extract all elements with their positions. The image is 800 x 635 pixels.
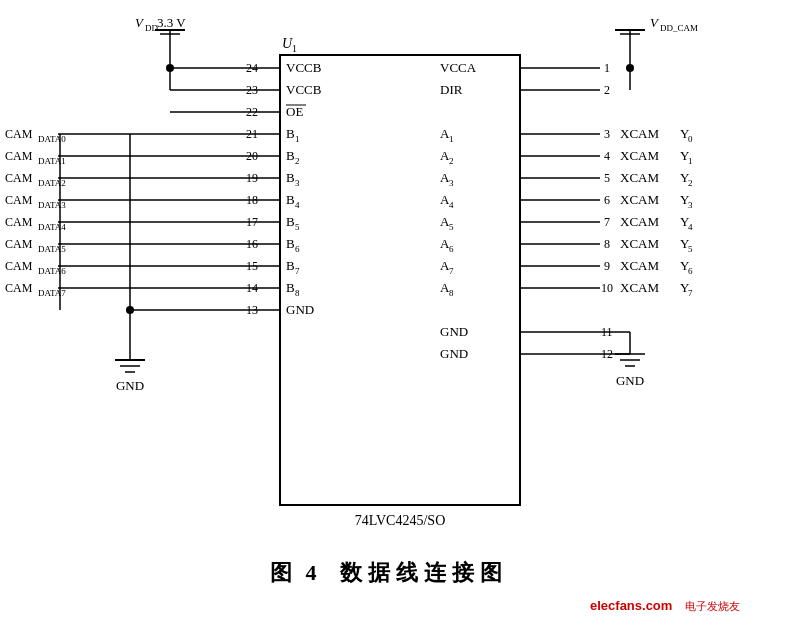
svg-text:CAM: CAM	[5, 259, 33, 273]
svg-text:1: 1	[295, 134, 300, 144]
svg-text:GND: GND	[116, 378, 144, 393]
svg-text:2: 2	[688, 178, 693, 188]
svg-text:B: B	[286, 148, 295, 163]
svg-text:1: 1	[449, 134, 454, 144]
svg-text:DATA1: DATA1	[38, 156, 66, 166]
svg-text:5: 5	[604, 171, 610, 185]
svg-text:VCCA: VCCA	[440, 60, 477, 75]
svg-text:GND: GND	[286, 302, 314, 317]
svg-text:74LVC4245/SO: 74LVC4245/SO	[355, 513, 446, 528]
svg-text:DATA5: DATA5	[38, 244, 66, 254]
svg-text:3: 3	[295, 178, 300, 188]
svg-text:6: 6	[688, 266, 693, 276]
svg-text:B: B	[286, 170, 295, 185]
svg-text:7: 7	[604, 215, 610, 229]
svg-text:VCCB: VCCB	[286, 82, 322, 97]
svg-text:DATA6: DATA6	[38, 266, 66, 276]
svg-text:GND: GND	[616, 373, 644, 388]
svg-text:CAM: CAM	[5, 171, 33, 185]
svg-text:8: 8	[295, 288, 300, 298]
svg-text:XCAM: XCAM	[620, 148, 659, 163]
svg-text:5: 5	[449, 222, 454, 232]
svg-text:7: 7	[295, 266, 300, 276]
svg-text:CAM: CAM	[5, 149, 33, 163]
svg-text:5: 5	[295, 222, 300, 232]
diagram-container: U 1 V DD 3.3 V 24 23 22 21 20 19 18 17 1…	[0, 0, 800, 635]
svg-text:10: 10	[601, 281, 613, 295]
svg-text:CAM: CAM	[5, 281, 33, 295]
svg-text:4: 4	[449, 200, 454, 210]
svg-text:4: 4	[604, 149, 610, 163]
svg-text:V: V	[650, 15, 660, 30]
svg-text:B: B	[286, 280, 295, 295]
svg-text:6: 6	[295, 244, 300, 254]
svg-text:elecfans.com: elecfans.com	[590, 598, 672, 613]
svg-text:2: 2	[449, 156, 454, 166]
svg-text:OE: OE	[286, 104, 303, 119]
svg-text:7: 7	[688, 288, 693, 298]
svg-text:DD_CAM: DD_CAM	[660, 23, 698, 33]
svg-text:XCAM: XCAM	[620, 236, 659, 251]
svg-text:XCAM: XCAM	[620, 126, 659, 141]
svg-text:VCCB: VCCB	[286, 60, 322, 75]
svg-text:9: 9	[604, 259, 610, 273]
svg-text:CAM: CAM	[5, 127, 33, 141]
svg-text:2: 2	[604, 83, 610, 97]
svg-text:DIR: DIR	[440, 82, 463, 97]
svg-text:B: B	[286, 236, 295, 251]
svg-text:24: 24	[246, 61, 258, 75]
svg-text:23: 23	[246, 83, 258, 97]
svg-text:DATA0: DATA0	[38, 134, 66, 144]
svg-text:1: 1	[604, 61, 610, 75]
svg-text:数据线连接图: 数据线连接图	[339, 560, 508, 585]
svg-text:XCAM: XCAM	[620, 192, 659, 207]
svg-text:DATA7: DATA7	[38, 288, 66, 298]
svg-text:B: B	[286, 126, 295, 141]
svg-text:XCAM: XCAM	[620, 170, 659, 185]
svg-text:1: 1	[292, 43, 297, 54]
svg-text:DATA2: DATA2	[38, 178, 66, 188]
svg-text:DATA4: DATA4	[38, 222, 66, 232]
svg-text:CAM: CAM	[5, 215, 33, 229]
svg-text:XCAM: XCAM	[620, 258, 659, 273]
svg-text:电子发烧友: 电子发烧友	[685, 600, 740, 612]
svg-text:0: 0	[688, 134, 693, 144]
svg-text:B: B	[286, 214, 295, 229]
svg-text:XCAM: XCAM	[620, 280, 659, 295]
svg-text:3: 3	[449, 178, 454, 188]
svg-text:XCAM: XCAM	[620, 214, 659, 229]
svg-text:1: 1	[688, 156, 693, 166]
svg-text:图 4: 图 4	[270, 560, 321, 585]
svg-text:6: 6	[449, 244, 454, 254]
svg-rect-0	[280, 55, 520, 505]
svg-text:2: 2	[295, 156, 300, 166]
svg-text:CAM: CAM	[5, 193, 33, 207]
svg-text:3: 3	[604, 127, 610, 141]
svg-text:B: B	[286, 258, 295, 273]
svg-text:3.3 V: 3.3 V	[157, 15, 186, 30]
svg-text:GND: GND	[440, 324, 468, 339]
svg-text:GND: GND	[440, 346, 468, 361]
svg-text:4: 4	[688, 222, 693, 232]
svg-text:8: 8	[449, 288, 454, 298]
svg-text:B: B	[286, 192, 295, 207]
svg-text:6: 6	[604, 193, 610, 207]
svg-text:DATA3: DATA3	[38, 200, 66, 210]
svg-text:4: 4	[295, 200, 300, 210]
svg-text:7: 7	[449, 266, 454, 276]
svg-text:5: 5	[688, 244, 693, 254]
svg-text:V: V	[135, 15, 145, 30]
svg-text:3: 3	[688, 200, 693, 210]
svg-text:CAM: CAM	[5, 237, 33, 251]
svg-text:8: 8	[604, 237, 610, 251]
